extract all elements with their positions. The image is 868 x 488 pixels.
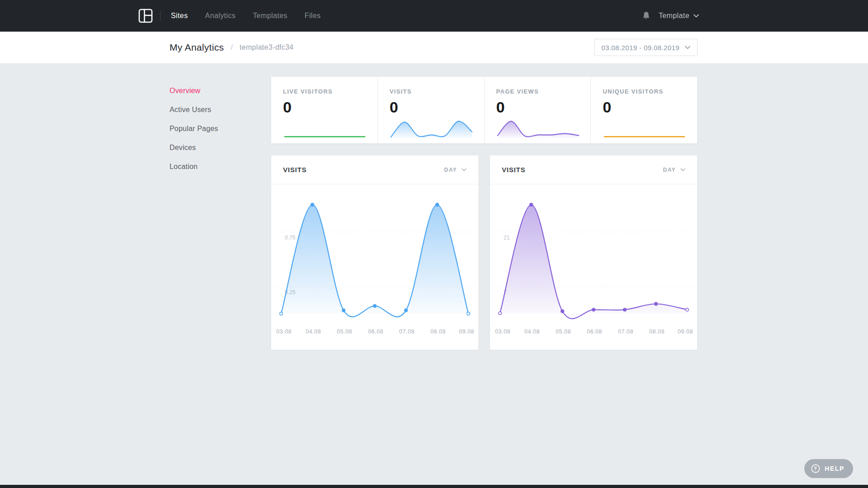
chart-period-dropdown[interactable]: DAY: [663, 167, 685, 173]
app-logo-icon[interactable]: [138, 9, 153, 23]
primary-nav: SitesAnalyticsTemplatesFiles: [171, 12, 321, 20]
top-navigation-bar: SitesAnalyticsTemplatesFiles Template: [0, 0, 868, 32]
nav-item-sites[interactable]: Sites: [171, 12, 188, 20]
charts-row: VISITSDAY0.750.2503.0804.0805.0806.0807.…: [271, 155, 698, 350]
stat-label: VISITS: [390, 88, 473, 95]
svg-text:03.08: 03.08: [276, 328, 292, 335]
nav-item-files[interactable]: Files: [305, 12, 321, 20]
flat-sparkline: [283, 116, 367, 139]
flat-sparkline: [603, 116, 686, 139]
account-dropdown[interactable]: Template: [659, 12, 699, 20]
chart-header: VISITSDAY: [490, 155, 697, 184]
chevron-down-icon: [462, 168, 467, 171]
nav-item-templates[interactable]: Templates: [253, 12, 288, 20]
stat-label: PAGE VIEWS: [496, 88, 580, 95]
x-axis-labels: 03.0804.0805.0806.0807.0808.0809.08: [495, 328, 693, 335]
svg-text:04.08: 04.08: [524, 328, 540, 335]
nav-right-group: Template: [642, 11, 699, 20]
visits-chart-card-2: VISITSDAY21703.0804.0805.0806.0807.0808.…: [490, 155, 698, 350]
question-mark-circle-icon: ?: [811, 464, 821, 474]
stat-visits: VISITS0: [377, 77, 484, 143]
chart-title: VISITS: [502, 166, 525, 174]
stat-live-visitors: LIVE VISITORS0: [271, 77, 377, 143]
area-line-chart-svg: 0.750.2503.0804.0805.0806.0807.0808.0809…: [271, 184, 478, 351]
date-range-select[interactable]: 03.08.2019 - 09.08.2019: [594, 39, 698, 56]
svg-text:06.08: 06.08: [587, 328, 602, 335]
page-content: OverviewActive UsersPopular PagesDevices…: [170, 63, 698, 350]
stat-value: 0: [390, 99, 473, 115]
svg-text:?: ?: [814, 466, 818, 471]
chart-period-dropdown[interactable]: DAY: [444, 167, 467, 173]
bottom-strip: [0, 485, 868, 488]
breadcrumb-separator: /: [231, 43, 233, 52]
area-line-chart-svg: 21703.0804.0805.0806.0807.0808.0809.08: [490, 184, 697, 351]
svg-text:07.08: 07.08: [399, 328, 415, 335]
stat-unique-visitors: UNIQUE VISITORS0: [590, 77, 697, 143]
svg-text:21: 21: [504, 235, 510, 241]
notifications-bell-icon[interactable]: [642, 11, 651, 20]
chart-period-value: DAY: [444, 167, 457, 173]
analytics-sidebar: OverviewActive UsersPopular PagesDevices…: [170, 63, 271, 350]
analytics-main: LIVE VISITORS0VISITS0PAGE VIEWS0UNIQUE V…: [271, 63, 698, 350]
stat-value: 0: [603, 99, 686, 115]
svg-text:0.75: 0.75: [285, 235, 296, 241]
summary-stats-card: LIVE VISITORS0VISITS0PAGE VIEWS0UNIQUE V…: [271, 76, 698, 144]
chart-period-value: DAY: [663, 167, 676, 173]
svg-text:05.08: 05.08: [337, 328, 352, 335]
chevron-down-icon: [680, 168, 685, 171]
page-title: My Analytics: [170, 42, 224, 53]
sidebar-item-popular-pages[interactable]: Popular Pages: [170, 125, 271, 132]
trend-sparkline: [496, 116, 580, 139]
chart-header: VISITSDAY: [271, 155, 478, 184]
svg-text:06.08: 06.08: [368, 328, 383, 335]
visits-chart-card-1: VISITSDAY0.750.2503.0804.0805.0806.0807.…: [271, 155, 479, 350]
stat-sparkline: [390, 116, 473, 139]
help-label: HELP: [825, 465, 844, 472]
grid-logo-glyph: [138, 9, 153, 23]
svg-text:05.08: 05.08: [556, 328, 571, 335]
sidebar-item-devices[interactable]: Devices: [170, 144, 271, 151]
x-axis-labels: 03.0804.0805.0806.0807.0808.0809.08: [276, 328, 474, 335]
chart-plot-area: 0.750.2503.0804.0805.0806.0807.0808.0809…: [271, 184, 478, 351]
stat-sparkline: [603, 116, 686, 139]
stat-sparkline: [283, 116, 367, 139]
chart-title: VISITS: [283, 166, 307, 174]
sidebar-item-overview[interactable]: Overview: [170, 87, 271, 94]
stat-page-views: PAGE VIEWS0: [484, 77, 591, 143]
chart-plot-area: 21703.0804.0805.0806.0807.0808.0809.08: [490, 184, 697, 351]
stat-value: 0: [496, 99, 580, 115]
svg-text:08.08: 08.08: [649, 328, 665, 335]
breadcrumb: My Analytics / template3-dfc34: [170, 42, 293, 53]
date-range-value: 03.08.2019 - 09.08.2019: [601, 44, 679, 52]
svg-text:04.08: 04.08: [306, 328, 321, 335]
sidebar-item-active-users[interactable]: Active Users: [170, 106, 271, 113]
area-fill: [281, 205, 468, 317]
stat-label: UNIQUE VISITORS: [603, 88, 686, 95]
trend-sparkline: [390, 116, 473, 139]
area-fill: [500, 205, 687, 319]
stat-value: 0: [283, 99, 367, 115]
chevron-down-icon: [685, 46, 690, 49]
chevron-down-icon: [693, 14, 699, 18]
stat-sparkline: [496, 116, 580, 139]
nav-divider: [160, 10, 160, 21]
nav-item-analytics[interactable]: Analytics: [205, 12, 236, 20]
svg-text:08.08: 08.08: [430, 328, 446, 335]
sidebar-item-location[interactable]: Location: [170, 163, 271, 170]
account-label: Template: [659, 12, 689, 20]
stat-label: LIVE VISITORS: [283, 88, 367, 95]
page-header: My Analytics / template3-dfc34 03.08.201…: [0, 32, 868, 63]
svg-text:09.08: 09.08: [459, 328, 474, 335]
svg-text:03.08: 03.08: [495, 328, 510, 335]
breadcrumb-site-name: template3-dfc34: [240, 43, 293, 52]
svg-text:07.08: 07.08: [618, 328, 633, 335]
svg-text:09.08: 09.08: [678, 328, 693, 335]
help-button[interactable]: ? HELP: [804, 459, 853, 478]
